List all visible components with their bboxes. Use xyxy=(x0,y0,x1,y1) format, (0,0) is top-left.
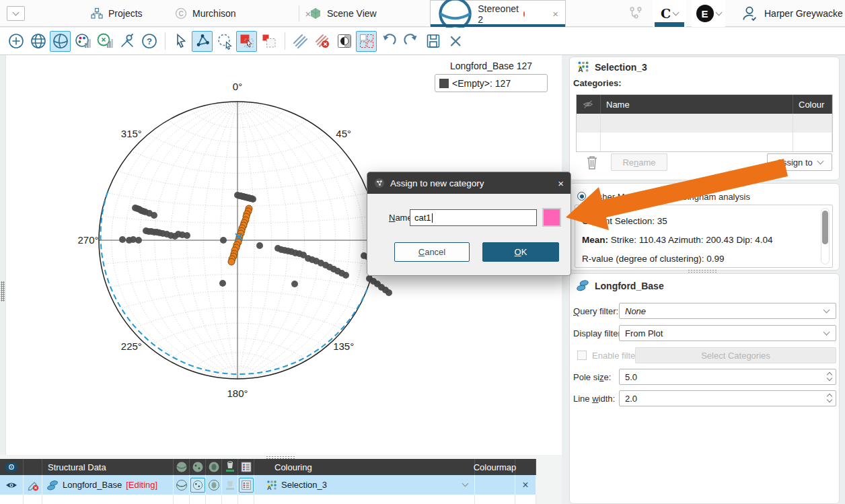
planes-sphere-icon xyxy=(176,461,188,473)
legend-toggle[interactable] xyxy=(238,475,254,495)
category-row-empty[interactable] xyxy=(577,133,832,151)
visibility-cell[interactable] xyxy=(0,475,24,495)
rect-remove-select-icon[interactable]: .s *,g.s{fill:none;stroke:#2b6f99;stroke… xyxy=(258,31,279,52)
contours-toggle[interactable] xyxy=(206,475,222,495)
branch-icon[interactable] xyxy=(627,5,645,22)
lasso-select-icon[interactable]: .s *,g.s{fill:none;stroke:#2b6f99;stroke… xyxy=(214,31,235,52)
save-icon[interactable]: .s *,g.s{fill:none;stroke:#2b6f99;stroke… xyxy=(422,31,443,52)
paint-toggle[interactable] xyxy=(222,475,238,495)
remove-planes-icon[interactable]: .s *,g.s{fill:none;stroke:#2b6f99;stroke… xyxy=(311,31,332,52)
stereonet-icon[interactable]: .s *,g.s{fill:none;stroke:#2b6f99;stroke… xyxy=(50,31,71,52)
display-filter-combo[interactable]: From Plot xyxy=(619,325,836,341)
left-splitter-grip[interactable] xyxy=(1,281,5,301)
statistics-icon[interactable]: .s *,g.s{fill:none;stroke:#2b6f99;stroke… xyxy=(94,31,115,52)
pole-size-spinner[interactable]: 5.0 xyxy=(619,369,836,385)
pole-point[interactable] xyxy=(250,196,256,203)
toolbar: .s *,g.s{fill:none;stroke:#2b6f99;stroke… xyxy=(0,28,845,55)
dialog-title-bar[interactable]: Assign to new category × xyxy=(367,172,571,194)
assign-to-button[interactable]: Assign to xyxy=(767,153,832,171)
pole-point[interactable] xyxy=(119,236,126,243)
spin-down-icon[interactable] xyxy=(827,397,832,402)
legend-entry: <Empty>: 127 xyxy=(452,78,511,89)
pole-point[interactable] xyxy=(256,242,263,249)
category-row-empty[interactable] xyxy=(577,114,832,133)
close-icon[interactable]: .s *,g.s{fill:none;stroke:#2b6f99;stroke… xyxy=(445,31,466,52)
colourmap-cell[interactable] xyxy=(475,475,515,495)
query-filter-label: Query filter: xyxy=(573,306,618,316)
colouring-cell[interactable]: A Selection_3 xyxy=(254,475,475,495)
tab-stereonet-2-active[interactable]: Stereonet 2 × xyxy=(430,0,566,27)
colouring-options-icon[interactable]: .s *,g.s{fill:none;stroke:#2b6f99;stroke… xyxy=(72,31,93,52)
planes-toggle[interactable] xyxy=(174,475,190,495)
object-header: Longford_Base xyxy=(595,281,664,291)
rect-add-select-icon[interactable]: .s *,g.s{fill:none;stroke:#2b6f99;stroke… xyxy=(236,31,257,52)
clear-colouring-button[interactable]: × xyxy=(515,475,536,495)
stats-scrollbar-thumb[interactable] xyxy=(822,211,828,244)
query-filter-combo[interactable]: None xyxy=(619,303,836,319)
contrast-icon[interactable]: .s *,g.s{fill:none;stroke:#2b6f99;stroke… xyxy=(334,31,355,52)
pole-point[interactable] xyxy=(342,272,349,279)
line-width-spinner[interactable]: 2.0 xyxy=(619,390,836,406)
bingham-analysis-label: Bingham analysis xyxy=(682,192,750,202)
r-value-stat: R-value (degree of clustering): 0.99 xyxy=(582,250,815,268)
pole-point[interactable] xyxy=(385,289,392,296)
user-icon[interactable] xyxy=(740,4,759,23)
cancel-button[interactable]: Cancel xyxy=(394,242,470,262)
scene-globe-icon[interactable]: .s *,g.s{fill:none;stroke:#2b6f99;stroke… xyxy=(28,31,48,52)
collapse-tabs-button[interactable] xyxy=(7,6,25,21)
undo-icon[interactable]: .s *,g.s{fill:none;stroke:#2b6f99;stroke… xyxy=(378,31,399,52)
pole-point[interactable] xyxy=(291,281,298,287)
central-active-underline xyxy=(655,22,684,27)
category-name-input[interactable]: cat1 xyxy=(410,209,537,226)
paint-column-header xyxy=(222,459,238,475)
azimuth-label: 45° xyxy=(336,128,351,139)
select-cursor-icon[interactable]: .s *,g.s{fill:none;stroke:#2b6f99;stroke… xyxy=(170,31,190,52)
redo-icon[interactable]: .s *,g.s{fill:none;stroke:#2b6f99;stroke… xyxy=(400,31,421,52)
central-project-icon: C xyxy=(175,7,187,20)
bingham-analysis-radio[interactable] xyxy=(668,192,677,201)
toolbar-separator xyxy=(285,32,285,50)
tab-projects[interactable]: Projects xyxy=(84,0,149,27)
options-tools-icon[interactable]: .s *,g.s{fill:none;stroke:#2b6f99;stroke… xyxy=(116,31,137,52)
close-tab-icon[interactable]: × xyxy=(552,8,558,20)
planes-sphere-icon xyxy=(176,479,188,491)
selected-pole-point[interactable] xyxy=(228,258,235,265)
ok-button[interactable]: OK xyxy=(482,242,559,262)
enable-filter-checkbox xyxy=(577,351,587,360)
pole-point[interactable] xyxy=(220,237,227,244)
object-name-cell[interactable]: Longford_Base [Editing] xyxy=(42,475,174,495)
tab-scene-view[interactable]: Scene View xyxy=(303,0,383,27)
poles-toggle[interactable] xyxy=(190,475,206,495)
show-planes-icon[interactable]: .s *,g.s{fill:none;stroke:#2b6f99;stroke… xyxy=(289,31,310,52)
help-icon[interactable]: .s *,g.s{fill:none;stroke:#2b6f99;stroke… xyxy=(139,31,159,52)
grid-select-icon[interactable]: .s *,g.s{fill:none;stroke:#2b6f99;stroke… xyxy=(356,31,377,52)
edit-cell[interactable] xyxy=(24,475,42,495)
category-colour-swatch[interactable] xyxy=(542,208,561,227)
header-right-group: C E Harper Greywacke xyxy=(627,0,843,27)
tab-separator xyxy=(299,5,299,22)
add-icon[interactable]: .s *,g.s{fill:none;stroke:#2b6f99;stroke… xyxy=(5,31,26,52)
edit-column-header xyxy=(24,459,42,475)
legend-list-icon xyxy=(241,480,252,491)
pole-point[interactable] xyxy=(135,237,142,244)
svg-text:C: C xyxy=(178,10,183,17)
pole-point[interactable] xyxy=(151,212,157,219)
central-menu-button[interactable]: C xyxy=(653,0,686,27)
scene-view-icon xyxy=(309,7,322,20)
tab-murchison[interactable]: C Murchison × xyxy=(168,0,318,27)
panel-splitter-grip[interactable] xyxy=(688,269,717,273)
spin-down-icon[interactable] xyxy=(827,375,832,381)
categories-label: Categories: xyxy=(573,78,622,88)
pole-point[interactable] xyxy=(184,232,190,239)
fisher-mean-radio[interactable] xyxy=(577,192,586,201)
dialog-close-icon[interactable]: × xyxy=(558,178,564,189)
delete-category-button[interactable] xyxy=(584,153,600,171)
azimuth-label: 135° xyxy=(333,340,354,352)
polyline-select-icon[interactable]: .s *,g.s{fill:none;stroke:#2b6f99;stroke… xyxy=(192,31,213,52)
colouring-value: Selection_3 xyxy=(281,480,327,490)
pole-point[interactable] xyxy=(219,280,226,287)
paint-bucket-icon xyxy=(224,461,236,473)
tab-label: Murchison xyxy=(192,8,236,19)
visibility-column-header xyxy=(0,459,24,475)
evo-menu-button[interactable]: E xyxy=(692,0,725,27)
